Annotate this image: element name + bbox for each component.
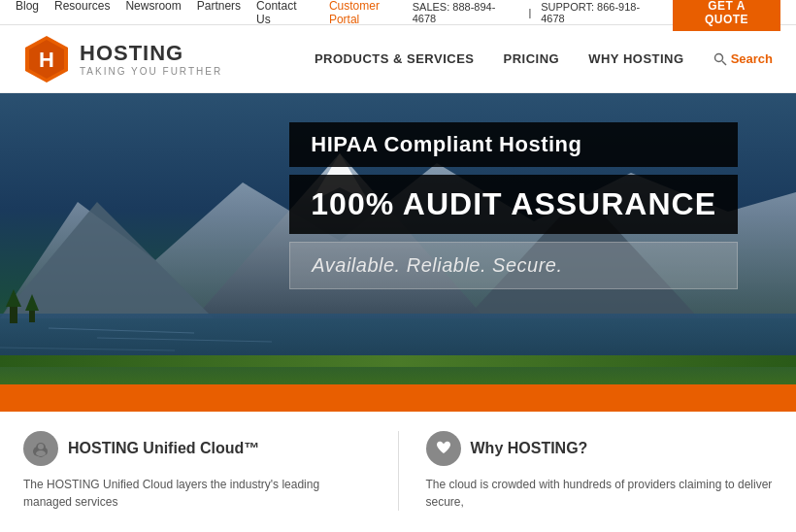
partners-link[interactable]: Partners [197, 0, 241, 26]
nav-links: PRODUCTS & SERVICES PRICING WHY HOSTING … [315, 51, 773, 66]
feature-why-title: Why HOSTING? [471, 440, 588, 457]
feature-why-text: The cloud is crowded with hundreds of pr… [426, 476, 774, 511]
svg-rect-14 [0, 355, 796, 367]
feature-why: Why HOSTING? The cloud is crowded with h… [426, 431, 774, 511]
main-nav: H HOSTING TAKING YOU FURTHER PRODUCTS & … [0, 25, 796, 93]
logo[interactable]: H HOSTING TAKING YOU FURTHER [23, 34, 222, 84]
logo-icon: H [23, 34, 70, 84]
feature-cloud: HOSTING Unified Cloud™ The HOSTING Unifi… [23, 431, 371, 511]
contact-us-link[interactable]: Contact Us [256, 0, 314, 26]
top-bar-links: Blog Resources Newsroom Partners Contact… [16, 0, 413, 26]
hero-main-box: 100% AUDIT ASSURANCE [289, 175, 738, 234]
orange-bar [0, 384, 796, 412]
cloud-icon [23, 431, 58, 466]
feature-why-header: Why HOSTING? [426, 431, 774, 466]
search-icon [713, 52, 727, 66]
search-label[interactable]: Search [731, 51, 773, 66]
resources-link[interactable]: Resources [54, 0, 110, 26]
logo-name: HOSTING [80, 41, 222, 66]
svg-point-23 [38, 444, 44, 449]
logo-text: HOSTING TAKING YOU FURTHER [80, 41, 222, 77]
top-bar: Blog Resources Newsroom Partners Contact… [0, 0, 796, 25]
hero-title-box: HIPAA Compliant Hosting [289, 122, 738, 167]
hero-main-text: 100% AUDIT ASSURANCE [311, 186, 716, 221]
features-section: HOSTING Unified Cloud™ The HOSTING Unifi… [0, 412, 796, 511]
svg-text:H: H [39, 48, 54, 72]
top-bar-contact: SALES: 888-894-4678 | SUPPORT: 866-918-4… [413, 0, 780, 31]
feature-cloud-text: The HOSTING Unified Cloud layers the ind… [23, 476, 371, 511]
sales-number: SALES: 888-894-4678 [413, 1, 519, 24]
svg-point-3 [714, 53, 722, 61]
feature-cloud-title: HOSTING Unified Cloud™ [68, 440, 259, 457]
hero-title: HIPAA Compliant Hosting [311, 132, 581, 156]
feature-cloud-header: HOSTING Unified Cloud™ [23, 431, 371, 466]
separator: | [528, 7, 531, 18]
nav-pricing-link[interactable]: PRICING [504, 51, 560, 66]
nav-why-link[interactable]: WHY HOSTING [588, 51, 683, 66]
logo-tagline: TAKING YOU FURTHER [80, 66, 222, 77]
nav-products-link[interactable]: PRODUCTS & SERVICES [315, 51, 475, 66]
heart-icon [426, 431, 461, 466]
blog-link[interactable]: Blog [16, 0, 39, 26]
svg-point-24 [36, 450, 46, 456]
support-number: SUPPORT: 866-918-4678 [541, 1, 663, 24]
features-divider [398, 431, 399, 511]
hero-sub-box: Available. Reliable. Secure. [289, 242, 738, 289]
customer-portal-link[interactable]: Customer Portal [329, 0, 413, 26]
hero-sub-text: Available. Reliable. Secure. [312, 254, 562, 276]
hero-overlay: HIPAA Compliant Hosting 100% AUDIT ASSUR… [289, 122, 738, 289]
get-quote-button[interactable]: GET A QUOTE [673, 0, 780, 31]
hero-section: HIPAA Compliant Hosting 100% AUDIT ASSUR… [0, 93, 796, 384]
search-area[interactable]: Search [713, 51, 773, 66]
svg-line-4 [722, 61, 726, 65]
newsroom-link[interactable]: Newsroom [125, 0, 181, 26]
